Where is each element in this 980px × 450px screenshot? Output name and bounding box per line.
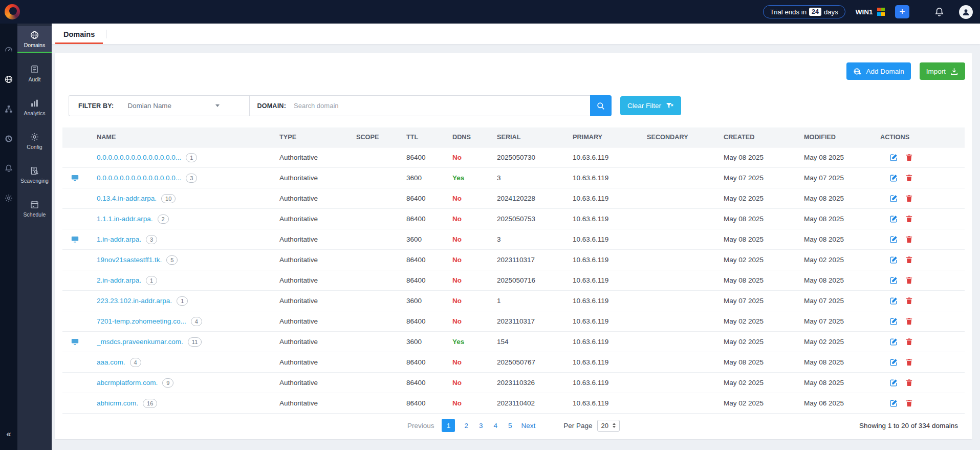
edit-domain-icon[interactable] bbox=[889, 276, 898, 285]
cell-created: May 02 2025 bbox=[724, 317, 804, 325]
trial-days-badge: 24 bbox=[809, 8, 821, 16]
sidebar-item-config[interactable]: Config bbox=[17, 127, 52, 155]
domain-link[interactable]: 0.0.0.0.0.0.0.0.0.0.0.0.0.0... bbox=[97, 154, 181, 161]
domain-link[interactable]: 223.23.102.in-addr.arpa. bbox=[97, 297, 172, 305]
cell-primary: 10.63.6.119 bbox=[573, 317, 647, 325]
cell-type: Authoritative bbox=[279, 256, 356, 264]
trial-suffix-text: days bbox=[824, 8, 838, 16]
edit-domain-icon[interactable] bbox=[889, 317, 898, 326]
trial-banner[interactable]: Trial ends in 24 days bbox=[763, 5, 845, 18]
domain-link[interactable]: 1.in-addr.arpa. bbox=[97, 235, 141, 243]
edit-domain-icon[interactable] bbox=[889, 358, 898, 367]
delete-domain-icon[interactable] bbox=[905, 337, 913, 346]
delete-domain-icon[interactable] bbox=[905, 358, 913, 367]
ad-integrated-icon bbox=[70, 337, 97, 346]
domain-link[interactable]: 2.in-addr.arpa. bbox=[97, 276, 141, 284]
edit-domain-icon[interactable] bbox=[889, 378, 898, 387]
edit-domain-icon[interactable] bbox=[889, 174, 898, 182]
admin-icon[interactable] bbox=[0, 183, 17, 213]
edit-domain-icon[interactable] bbox=[889, 153, 898, 162]
pagination-page-4[interactable]: 4 bbox=[492, 422, 499, 430]
clear-filter-button[interactable]: Clear Filter bbox=[620, 96, 681, 115]
import-download-icon bbox=[950, 67, 959, 76]
edit-domain-icon[interactable] bbox=[889, 296, 898, 305]
domain-link[interactable]: aaa.com. bbox=[97, 358, 125, 366]
import-button[interactable]: Import bbox=[920, 62, 965, 80]
domain-link[interactable]: 7201-temp.zohomeeting.co... bbox=[97, 317, 186, 325]
delete-domain-icon[interactable] bbox=[905, 194, 913, 203]
sidebar-item-domains[interactable]: Domains bbox=[17, 26, 52, 53]
domain-link[interactable]: 1.1.1.in-addr.arpa. bbox=[97, 215, 153, 223]
delete-domain-icon[interactable] bbox=[905, 235, 913, 244]
pagination-page-1[interactable]: 1 bbox=[442, 419, 455, 432]
pagination-next[interactable]: Next bbox=[521, 422, 536, 430]
edit-domain-icon[interactable] bbox=[889, 194, 898, 203]
edit-domain-icon[interactable] bbox=[889, 337, 898, 346]
record-count-badge: 1 bbox=[177, 296, 188, 306]
add-domain-button[interactable]: Add Domain bbox=[846, 62, 910, 80]
table-row: 223.23.102.in-addr.arpa.1Authoritative36… bbox=[62, 291, 965, 311]
per-page-select[interactable]: 20 bbox=[597, 420, 620, 432]
cell-created: May 08 2025 bbox=[724, 215, 804, 223]
sites-icon[interactable] bbox=[0, 94, 17, 124]
delete-domain-icon[interactable] bbox=[905, 317, 913, 326]
edit-domain-icon[interactable] bbox=[889, 399, 898, 408]
dns-globe-icon[interactable] bbox=[0, 65, 17, 94]
collapse-sidebar-button[interactable]: « bbox=[0, 430, 17, 439]
dashboard-icon[interactable] bbox=[0, 35, 17, 65]
delete-domain-icon[interactable] bbox=[905, 153, 913, 162]
user-avatar[interactable] bbox=[959, 5, 973, 19]
cell-created: May 07 2025 bbox=[724, 174, 804, 182]
cell-created: May 02 2025 bbox=[724, 256, 804, 264]
search-button[interactable] bbox=[590, 95, 612, 116]
sidebar-item-schedule[interactable]: Schedule bbox=[17, 195, 52, 222]
cell-ttl: 86400 bbox=[406, 215, 452, 223]
notifications-bell-icon[interactable] bbox=[934, 7, 945, 17]
cell-serial: 2023110402 bbox=[497, 399, 573, 407]
cell-actions bbox=[880, 296, 965, 305]
domains-table: NAMETYPESCOPETTLDDNSSERIALPRIMARYSECONDA… bbox=[62, 127, 965, 414]
filter-by-select[interactable]: Domian Name bbox=[127, 102, 220, 110]
pagination-page-5[interactable]: 5 bbox=[507, 422, 514, 430]
delete-domain-icon[interactable] bbox=[905, 276, 913, 285]
topbar: Trial ends in 24 days WIN1 + bbox=[0, 0, 980, 24]
cell-primary: 10.63.6.119 bbox=[573, 154, 647, 161]
tab-domains[interactable]: Domains bbox=[55, 25, 103, 44]
cell-modified: May 07 2025 bbox=[804, 174, 880, 182]
column-header-created: CREATED bbox=[724, 134, 804, 141]
domain-search-input[interactable] bbox=[294, 96, 590, 116]
edit-domain-icon[interactable] bbox=[889, 255, 898, 264]
cell-type: Authoritative bbox=[279, 154, 356, 161]
server-selector[interactable]: WIN1 bbox=[856, 8, 885, 16]
quick-add-button[interactable]: + bbox=[895, 5, 909, 18]
sidebar-item-audit[interactable]: Audit bbox=[17, 60, 52, 87]
edit-domain-icon[interactable] bbox=[889, 215, 898, 223]
delete-domain-icon[interactable] bbox=[905, 399, 913, 408]
delete-domain-icon[interactable] bbox=[905, 296, 913, 305]
cell-modified: May 08 2025 bbox=[804, 276, 880, 284]
cell-name: 0.13.4.in-addr.arpa.10 bbox=[62, 194, 279, 203]
delete-domain-icon[interactable] bbox=[905, 215, 913, 223]
delete-domain-icon[interactable] bbox=[905, 174, 913, 182]
domain-link[interactable]: _msdcs.praveenkumar.com. bbox=[97, 338, 183, 346]
domain-link[interactable]: abcrmplatform.com. bbox=[97, 379, 158, 387]
cell-modified: May 08 2025 bbox=[804, 358, 880, 366]
domain-link[interactable]: 0.0.0.0.0.0.0.0.0.0.0.0.0.0... bbox=[97, 174, 181, 182]
sidebar-item-scavenging[interactable]: Scavenging bbox=[17, 161, 52, 188]
domain-link[interactable]: 0.13.4.in-addr.arpa. bbox=[97, 195, 157, 202]
alarms-icon[interactable] bbox=[0, 154, 17, 183]
reports-icon[interactable] bbox=[0, 124, 17, 154]
pagination-previous[interactable]: Previous bbox=[407, 422, 434, 430]
table-row: abcrmplatform.com.9Authoritative86400No2… bbox=[62, 373, 965, 393]
sidebar-item-analytics[interactable]: Analytics bbox=[17, 94, 52, 121]
cell-actions bbox=[880, 317, 965, 326]
domain-link[interactable]: abhicrm.com. bbox=[97, 399, 138, 407]
cell-name: 0.0.0.0.0.0.0.0.0.0.0.0.0.0...3 bbox=[62, 174, 279, 183]
delete-domain-icon[interactable] bbox=[905, 255, 913, 264]
pagination-page-2[interactable]: 2 bbox=[463, 422, 470, 430]
pagination-page-3[interactable]: 3 bbox=[477, 422, 485, 430]
edit-domain-icon[interactable] bbox=[889, 235, 898, 244]
domain-link[interactable]: 19nov21sastestff1.tk. bbox=[97, 256, 162, 264]
cell-type: Authoritative bbox=[279, 317, 356, 325]
delete-domain-icon[interactable] bbox=[905, 378, 913, 387]
